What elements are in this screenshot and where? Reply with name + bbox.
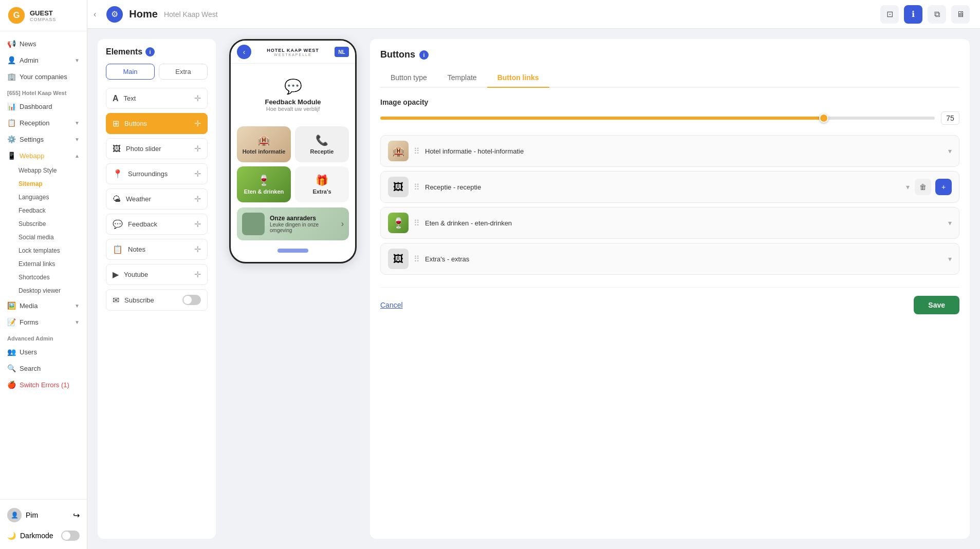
element-subscribe[interactable]: ✉ Subscribe: [106, 289, 208, 311]
feedback-module-subtitle: Hoe bevalt uw verblijf: [237, 106, 349, 112]
phone-preview: ‹ HOTEL KAAP WEST WESTKAPELLE NL 💬 Feedb…: [226, 39, 360, 539]
phone-banner[interactable]: Onze aanraders Leuke dingen in onze omge…: [237, 207, 349, 240]
sub-item-shortcodes[interactable]: Shortcodes: [0, 271, 87, 284]
logo-icon: G: [7, 6, 26, 25]
element-text[interactable]: A Text ✛: [106, 88, 208, 109]
sidebar-item-companies[interactable]: 🏢 Your companies: [0, 68, 87, 85]
tab-button-links[interactable]: Button links: [487, 68, 549, 88]
sidebar-item-admin[interactable]: 👤 Admin ▼: [0, 52, 87, 68]
text-drag-handle[interactable]: ✛: [194, 93, 201, 103]
sub-item-feedback[interactable]: Feedback: [0, 204, 87, 217]
notes-icon: 📋: [113, 244, 123, 254]
weather-drag-handle[interactable]: ✛: [194, 194, 201, 204]
element-photo-slider[interactable]: 🖼 Photo slider ✛: [106, 138, 208, 159]
darkmode-label: Darkmode: [20, 532, 53, 540]
sidebar-item-users[interactable]: 👥 Users: [0, 344, 87, 360]
receptie-btn-label: Receptie: [310, 148, 334, 155]
phone-btn-receptie[interactable]: 📞 Receptie: [295, 126, 349, 162]
screen-small-btn[interactable]: ⊡: [880, 5, 899, 24]
sidebar-item-media[interactable]: 🖼️ Media ▼: [0, 297, 87, 314]
eten-link-chevron[interactable]: ▾: [948, 219, 952, 227]
extras-link-label: Extra's - extras: [425, 255, 943, 263]
phone-back-btn[interactable]: ‹: [237, 45, 251, 59]
sub-item-sitemap[interactable]: Sitemap: [0, 177, 87, 191]
extras-btn-label: Extra's: [312, 188, 331, 195]
sub-item-social-media[interactable]: Social media: [0, 231, 87, 244]
buttons-panel-info-badge[interactable]: i: [419, 50, 429, 60]
user-row: 👤 Pim ↪: [0, 504, 87, 526]
opacity-slider[interactable]: [380, 117, 935, 120]
hotel-link-chevron[interactable]: ▾: [948, 147, 952, 155]
sub-item-external-links[interactable]: External links: [0, 257, 87, 271]
photo-slider-icon: 🖼: [113, 144, 121, 154]
cancel-button[interactable]: Cancel: [380, 301, 403, 309]
sub-item-webapp-style[interactable]: Webapp Style: [0, 164, 87, 177]
extras-drag-handle[interactable]: ⠿: [414, 254, 420, 264]
logout-icon[interactable]: ↪: [73, 510, 80, 520]
tab-template[interactable]: Template: [437, 68, 487, 88]
element-weather[interactable]: 🌤 Weather ✛: [106, 188, 208, 210]
sidebar-item-switch-errors[interactable]: 🍎 Switch Errors (1): [0, 376, 87, 393]
feedback-drag-handle[interactable]: ✛: [194, 219, 201, 229]
phone-btn-eten[interactable]: 🍷 Eten & drinken: [237, 166, 291, 202]
text-icon: A: [113, 94, 119, 103]
feedback-icon: 💬: [113, 219, 123, 229]
avatar: 👤: [7, 508, 22, 522]
user-name: Pim: [26, 511, 38, 519]
surroundings-drag-handle[interactable]: ✛: [194, 169, 201, 179]
photo-slider-drag-handle[interactable]: ✛: [194, 144, 201, 154]
phone-banner-arrow: ›: [341, 219, 344, 229]
sidebar-collapse-btn[interactable]: ‹: [94, 10, 96, 19]
buttons-drag-handle[interactable]: ✛: [194, 119, 201, 128]
save-button[interactable]: Save: [914, 296, 959, 314]
sub-item-subscribe[interactable]: Subscribe: [0, 217, 87, 231]
element-surroundings[interactable]: 📍 Surroundings ✛: [106, 163, 208, 184]
sidebar-item-reception[interactable]: 📋 Reception ▼: [0, 115, 87, 131]
phone-btn-hotel[interactable]: 🏨 Hotel informatie: [237, 126, 291, 162]
monitor-btn[interactable]: 🖥: [951, 5, 970, 24]
slider-thumb[interactable]: [819, 113, 828, 123]
feedback-module: 💬 Feedback Module Hoe bevalt uw verblijf: [237, 70, 349, 120]
notes-drag-handle[interactable]: ✛: [194, 244, 201, 254]
extras-link-chevron[interactable]: ▾: [948, 255, 952, 263]
hotel-section-label: [655] Hotel Kaap West: [0, 85, 87, 98]
sidebar-nav: 📢 News 👤 Admin ▼ 🏢 Your companies [655] …: [0, 31, 87, 499]
sidebar-item-forms[interactable]: 📝 Forms ▼: [0, 314, 87, 330]
tab-extra[interactable]: Extra: [159, 64, 208, 80]
phone-lang-badge[interactable]: NL: [335, 47, 349, 57]
sidebar-item-dashboard[interactable]: 📊 Dashboard: [0, 98, 87, 115]
copy-btn[interactable]: ⧉: [928, 5, 946, 24]
element-feedback[interactable]: 💬 Feedback ✛: [106, 214, 208, 235]
sub-item-desktop-viewer[interactable]: Desktop viewer: [0, 284, 87, 297]
eten-link-img: 🍷: [388, 213, 409, 233]
receptie-link-chevron[interactable]: ▾: [906, 183, 910, 191]
info-btn[interactable]: ℹ: [904, 5, 922, 24]
sidebar-item-webapp[interactable]: 📱 Webapp ▲: [0, 147, 87, 164]
dashboard-icon: 📊: [7, 102, 15, 110]
sub-item-lock-templates[interactable]: Lock templates: [0, 244, 87, 257]
element-buttons[interactable]: ⊞ Buttons ✛: [106, 113, 208, 134]
element-notes[interactable]: 📋 Notes ✛: [106, 239, 208, 260]
hotel-drag-handle[interactable]: ⠿: [414, 146, 420, 156]
youtube-drag-handle[interactable]: ✛: [194, 270, 201, 279]
subscribe-toggle[interactable]: [182, 295, 201, 305]
eten-drag-handle[interactable]: ⠿: [414, 218, 420, 228]
element-youtube[interactable]: ▶ Youtube ✛: [106, 264, 208, 285]
phone-hotel-name: HOTEL KAAP WEST: [267, 48, 319, 53]
sidebar-item-settings[interactable]: ⚙️ Settings ▼: [0, 131, 87, 147]
elements-info-badge[interactable]: i: [145, 47, 155, 56]
tab-main[interactable]: Main: [106, 64, 155, 80]
phone-btn-extras[interactable]: 🎁 Extra's: [295, 166, 349, 202]
sidebar-item-news[interactable]: 📢 News: [0, 35, 87, 52]
delete-btn[interactable]: 🗑: [915, 179, 931, 195]
add-btn[interactable]: +: [935, 179, 952, 195]
receptie-actions: 🗑 +: [915, 179, 952, 195]
receptie-drag-handle[interactable]: ⠿: [414, 182, 420, 192]
eten-btn-label: Eten & drinken: [244, 188, 284, 195]
reception-icon: 📋: [7, 119, 15, 127]
sub-item-languages[interactable]: Languages: [0, 191, 87, 204]
forms-icon: 📝: [7, 318, 15, 326]
sidebar-item-search[interactable]: 🔍 Search: [0, 360, 87, 376]
tab-button-type[interactable]: Button type: [380, 68, 437, 88]
darkmode-toggle[interactable]: [61, 531, 80, 541]
